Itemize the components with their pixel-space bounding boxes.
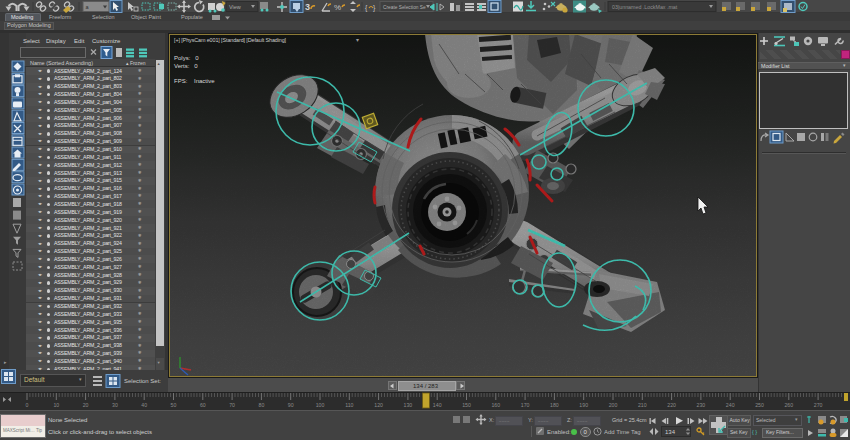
svg-text:110: 110 xyxy=(345,402,353,408)
svg-text:140: 140 xyxy=(433,402,442,408)
svg-text:40: 40 xyxy=(141,402,147,408)
svg-text:220: 220 xyxy=(667,402,676,408)
svg-text:0: 0 xyxy=(26,402,29,408)
svg-text:60: 60 xyxy=(200,402,206,408)
svg-text:250: 250 xyxy=(755,402,764,408)
svg-text:10: 10 xyxy=(53,402,59,408)
svg-text:130: 130 xyxy=(404,402,413,408)
svg-text:210: 210 xyxy=(638,402,647,408)
svg-text:270: 270 xyxy=(814,402,823,408)
svg-text:200: 200 xyxy=(609,402,618,408)
svg-text:80: 80 xyxy=(259,402,265,408)
svg-text:260: 260 xyxy=(784,402,793,408)
svg-text:View: View xyxy=(229,4,241,10)
svg-text:150: 150 xyxy=(462,402,471,408)
svg-text:30: 30 xyxy=(112,402,118,408)
svg-text:240: 240 xyxy=(726,402,735,408)
svg-text:90: 90 xyxy=(288,402,294,408)
svg-text:170: 170 xyxy=(521,402,530,408)
svg-text:190: 190 xyxy=(579,402,588,408)
svg-text:230: 230 xyxy=(697,402,706,408)
svg-text:70: 70 xyxy=(229,402,235,408)
svg-text:Create Selection Se: Create Selection Se xyxy=(383,5,426,10)
svg-text:20: 20 xyxy=(83,402,89,408)
svg-text:180: 180 xyxy=(550,402,559,408)
svg-text:100: 100 xyxy=(316,402,325,408)
svg-text:}: } xyxy=(373,4,376,12)
svg-text:{: { xyxy=(365,4,368,12)
svg-text:3: 3 xyxy=(305,2,310,12)
svg-text:50: 50 xyxy=(171,402,177,408)
svg-text:%: % xyxy=(334,3,341,12)
svg-text:160: 160 xyxy=(491,402,500,408)
svg-text:03|unnamed .LockMax .mat: 03|unnamed .LockMax .mat xyxy=(612,4,678,10)
svg-text:120: 120 xyxy=(374,402,383,408)
